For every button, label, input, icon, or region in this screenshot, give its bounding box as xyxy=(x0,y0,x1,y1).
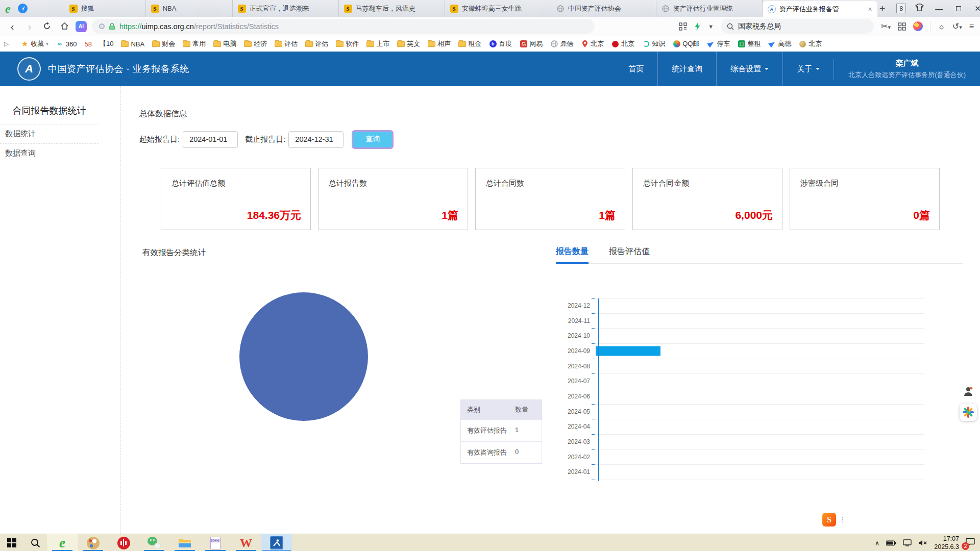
bookmark-item[interactable]: 口整租 xyxy=(738,39,761,48)
theme-skin-icon[interactable] xyxy=(915,4,924,13)
screenshot-scissors-icon[interactable]: ✂▾ xyxy=(881,22,891,31)
volume-muted-icon[interactable] xyxy=(918,539,927,546)
bookmark-item[interactable]: 财会 xyxy=(152,39,175,48)
browser-tab[interactable]: S安徽蚌埠高三女生跳 xyxy=(445,0,551,17)
sogou-menu-dots-icon[interactable]: ⋮ xyxy=(839,516,846,523)
new-tab-button[interactable]: + xyxy=(877,4,888,14)
ai-hub-icon[interactable] xyxy=(913,21,923,31)
side-ai-star-icon[interactable] xyxy=(960,404,977,421)
taskbar-app-image-viewer[interactable] xyxy=(200,534,231,551)
browser-tab[interactable]: SNBA xyxy=(146,0,233,17)
browser-logo-icon[interactable]: e xyxy=(5,3,11,15)
taskbar-search-icon[interactable] xyxy=(23,534,47,551)
bookmark-item[interactable]: 易网易 xyxy=(520,39,543,48)
bookmark-item[interactable]: ★收藏▾ xyxy=(21,39,48,48)
close-window-button[interactable]: ✕ xyxy=(972,4,980,13)
bookmark-item[interactable]: 常用 xyxy=(183,39,206,48)
taskbar-app-report-client[interactable] xyxy=(261,534,292,551)
bookmark-item[interactable]: 高德 xyxy=(768,39,791,48)
bookmark-item[interactable]: 经济 xyxy=(244,39,267,48)
home-button[interactable] xyxy=(58,21,70,32)
restore-button[interactable] xyxy=(954,4,963,13)
ai-assistant-icon[interactable]: AI xyxy=(76,21,87,32)
bookmark-item[interactable]: QQ邮 xyxy=(673,39,699,48)
start-date-input[interactable]: 2024-01-01 xyxy=(183,131,238,148)
bookmark-item[interactable]: 北京 xyxy=(611,39,634,48)
pie-chart[interactable] xyxy=(239,292,368,421)
browser-tab[interactable]: S正式官宣，退选潮来 xyxy=(233,0,339,17)
network-display-icon[interactable] xyxy=(903,539,912,546)
chart-tab[interactable]: 报告数量 xyxy=(556,246,589,257)
bookmark-item[interactable]: 北京 xyxy=(799,39,822,48)
browser-tab[interactable]: A资产评估业务报备管× xyxy=(763,1,877,17)
end-date-input[interactable]: 2024-12-31 xyxy=(288,131,344,148)
nav-item-2[interactable]: 综合设置 xyxy=(716,52,782,86)
minimize-button[interactable]: — xyxy=(933,4,945,13)
menu-icon[interactable]: ≡ xyxy=(969,22,974,31)
bookmark-item[interactable]: 评估 xyxy=(305,39,328,48)
navigation-compass-icon[interactable] xyxy=(18,4,28,13)
accelerator-bolt-icon[interactable] xyxy=(694,22,701,31)
bookmark-item[interactable]: 租金 xyxy=(458,39,481,48)
bookmark-item[interactable]: 电脑 xyxy=(213,39,236,48)
qr-code-icon[interactable] xyxy=(679,22,687,31)
query-button[interactable]: 查询 xyxy=(352,130,394,149)
bookmark-item[interactable]: 英文 xyxy=(397,39,420,48)
undo-restore-icon[interactable]: ↺▾ xyxy=(952,22,962,31)
tray-expand-icon[interactable]: ∧ xyxy=(875,539,880,547)
bookmark-item[interactable]: 相声 xyxy=(428,39,451,48)
bookmark-item[interactable]: 【10 xyxy=(100,39,113,48)
bookmarks-expander-icon[interactable]: ▷ xyxy=(4,40,13,47)
end-date-label: 截止报告日: xyxy=(245,135,285,144)
search-box[interactable]: 国家税务总局 xyxy=(721,19,874,34)
url-field[interactable]: https://uimp.cas.org.cn/report/Statistic… xyxy=(92,19,595,34)
nav-item-home[interactable]: 首页 xyxy=(615,52,657,86)
bookmark-item[interactable]: 鼎信 xyxy=(550,39,573,48)
taskbar-app-wps-office[interactable]: W xyxy=(231,534,261,551)
forward-button[interactable]: › xyxy=(23,21,36,32)
bookmark-item[interactable]: 软件 xyxy=(336,39,359,48)
sidebar-item[interactable]: 数据统计 xyxy=(0,124,99,144)
sogou-input-badge[interactable]: S ⋮ xyxy=(822,513,846,527)
bookmark-item[interactable]: 评估 xyxy=(275,39,298,48)
night-mode-icon[interactable]: ☼ xyxy=(938,22,945,31)
bookmark-item[interactable]: 上市 xyxy=(366,39,389,48)
bookmark-item[interactable]: 58 xyxy=(84,40,91,48)
site-mode-icon[interactable] xyxy=(99,23,105,29)
ring-teal-icon xyxy=(642,40,650,48)
back-button[interactable]: ‹ xyxy=(6,21,18,32)
bar-chart[interactable]: 2024-122024-112024-102024-092024-082024-… xyxy=(558,298,924,480)
browser-tab[interactable]: 资产评估行业管理统 xyxy=(656,0,763,17)
battery-icon[interactable] xyxy=(886,540,896,546)
y-axis-line xyxy=(598,298,599,481)
side-person-tool-icon[interactable] xyxy=(961,384,975,398)
sidebar-item[interactable]: 数据查询 xyxy=(0,144,99,163)
browser-tab[interactable]: S搜狐 xyxy=(64,0,146,17)
refresh-button[interactable] xyxy=(41,21,53,32)
tab-count-badge[interactable]: 8 xyxy=(896,4,906,13)
taskbar-app-audio-app[interactable] xyxy=(108,534,139,551)
taskbar-app-browser-360[interactable]: e xyxy=(47,534,78,551)
stat-card-value: 6,000元 xyxy=(735,208,773,222)
browser-tab[interactable]: S马苏翻车后，风流史 xyxy=(339,0,445,17)
apps-grid-icon[interactable] xyxy=(898,22,906,31)
tab-close-icon[interactable]: × xyxy=(868,5,872,13)
chart-tab[interactable]: 报告评估值 xyxy=(609,246,650,257)
bookmark-item[interactable]: 知识 xyxy=(642,39,665,48)
user-info[interactable]: 栾广斌 北京人合致远资产评估事务所(普通合伙) xyxy=(834,59,980,80)
bookmark-item[interactable]: ∞360 xyxy=(56,40,77,48)
clock[interactable]: 17:07 2025.6.3 xyxy=(934,535,959,551)
browser-tab[interactable]: 中国资产评估协会 xyxy=(551,0,656,17)
bookmark-item[interactable]: b百度 xyxy=(489,39,512,48)
notification-center-icon[interactable]: 2 xyxy=(966,538,975,548)
bolt-dropdown-icon[interactable]: ▼ xyxy=(708,23,714,30)
nav-item-1[interactable]: 统计查询 xyxy=(657,52,716,86)
taskbar-app-paint[interactable] xyxy=(78,534,108,551)
bookmark-item[interactable]: NBA xyxy=(121,40,144,48)
taskbar-app-wechat[interactable] xyxy=(139,534,169,551)
taskbar-app-file-explorer[interactable] xyxy=(169,534,200,551)
bookmark-item[interactable]: 停车 xyxy=(707,39,730,48)
start-button[interactable] xyxy=(0,534,23,551)
nav-item-3[interactable]: 关于 xyxy=(782,52,834,86)
bookmark-item[interactable]: 北京 xyxy=(581,39,604,48)
